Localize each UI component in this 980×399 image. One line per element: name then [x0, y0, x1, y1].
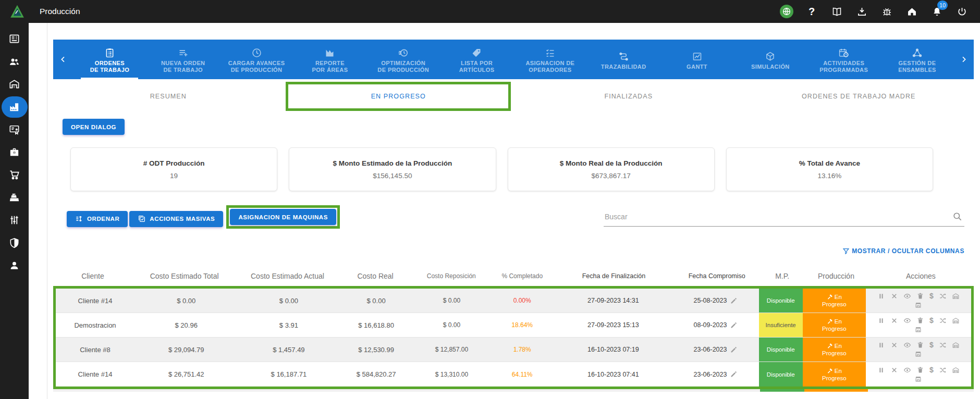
column-header[interactable]: Costo Real — [338, 272, 412, 280]
pause-icon[interactable] — [877, 292, 885, 300]
shuffle-icon[interactable] — [939, 317, 947, 325]
sidebar-item-toolbox[interactable] — [0, 141, 29, 164]
store-icon[interactable] — [914, 301, 922, 309]
nav-tab-ordenes-de-trabajo[interactable]: ORDENESDE TRABAJO — [73, 40, 146, 79]
notifications-bell-icon[interactable]: 10 — [928, 3, 946, 20]
sidebar-item-security[interactable] — [0, 232, 29, 255]
pause-icon[interactable] — [877, 341, 885, 349]
nav-tab-cargar-avances[interactable]: CARGAR AVANCESDE PRODUCCIÓN — [220, 40, 293, 79]
sidebar-item-warehouse[interactable] — [0, 73, 29, 96]
warehouse-icon[interactable] — [952, 341, 960, 349]
table-row-partial — [53, 389, 974, 392]
view-icon[interactable] — [903, 341, 911, 349]
dollar-icon[interactable]: $ — [929, 341, 934, 349]
download-icon[interactable] — [853, 3, 871, 20]
nav-tab-simulacion[interactable]: SIMULACIÓN — [733, 40, 807, 79]
column-header[interactable]: Costo Reposición — [412, 272, 491, 280]
delete-icon[interactable] — [916, 292, 924, 300]
view-icon[interactable] — [903, 292, 911, 300]
warehouse-icon[interactable] — [952, 292, 960, 300]
toggle-columns-link[interactable]: MOSTRAR / OCULTAR COLUMNAS — [842, 247, 964, 255]
table-row[interactable]: Cliente #14 $ 26,751.42 $ 16,187.71 $ 58… — [56, 362, 971, 386]
nav-scroll-left-icon[interactable] — [53, 40, 73, 79]
edit-date-icon[interactable] — [730, 297, 738, 305]
store-icon[interactable] — [914, 375, 922, 383]
notification-count-badge: 10 — [937, 1, 948, 10]
ordenar-button[interactable]: ORDENAR — [67, 211, 128, 227]
bug-report-icon[interactable] — [878, 3, 896, 20]
column-header[interactable]: Acciones — [868, 272, 974, 280]
sidebar-item-cash-register[interactable] — [0, 186, 29, 209]
nav-tab-actividades-programadas[interactable]: ACTIVIDADESPROGRAMADAS — [807, 40, 880, 79]
dollar-icon[interactable]: $ — [929, 366, 934, 374]
acciones-masivas-button[interactable]: ACCIONES MASIVAS — [129, 211, 223, 227]
store-icon[interactable] — [914, 326, 922, 333]
column-header[interactable]: Cliente — [53, 272, 132, 280]
home-icon[interactable] — [903, 3, 921, 20]
calendar-clock-icon — [838, 47, 849, 58]
dollar-icon[interactable]: $ — [929, 317, 934, 325]
warehouse-icon[interactable] — [952, 366, 960, 374]
cancel-icon[interactable] — [890, 366, 898, 374]
table-row[interactable]: Cliente #14 $ 0.00 $ 0.00 $ 0.00 $ 0.00 … — [56, 289, 971, 313]
table-row[interactable]: Cliente #8 $ 29,094.79 $ 1,457.49 $ 12,5… — [56, 338, 971, 362]
nav-tab-asignacion-operadores[interactable]: ASIGNACION DEOPERADORES — [513, 40, 587, 79]
edit-date-icon[interactable] — [730, 370, 738, 378]
sidebar-item-production[interactable] — [0, 96, 29, 119]
edit-date-icon[interactable] — [730, 321, 738, 329]
delete-icon[interactable] — [916, 341, 924, 349]
sidebar-item-settings-sliders[interactable] — [0, 209, 29, 232]
tab-finalizadas[interactable]: FINALIZADAS — [513, 93, 744, 100]
cancel-icon[interactable] — [890, 317, 898, 325]
shuffle-icon[interactable] — [939, 341, 947, 349]
column-header[interactable]: % Completado — [491, 272, 554, 280]
search-icon[interactable] — [952, 211, 962, 221]
asignacion-maquinas-button[interactable]: ASIGNACION DE MAQUINAS — [230, 209, 336, 225]
sidebar-item-cart[interactable] — [0, 164, 29, 186]
column-header[interactable]: Producción — [804, 272, 868, 280]
nav-scroll-right-icon[interactable] — [954, 40, 974, 79]
column-header[interactable]: Fecha de Finalización — [554, 272, 674, 280]
search-input[interactable] — [605, 213, 947, 221]
nav-tab-optimizacion[interactable]: OPTIMIZACIÓNDE PRODUCCIÓN — [366, 40, 440, 79]
nav-tab-nueva-orden-de-trabajo[interactable]: NUEVA ORDENDE TRABAJO — [146, 40, 220, 79]
table-header: Cliente Costo Estimado Total Costo Estim… — [53, 266, 974, 286]
column-header[interactable]: Costo Estimado Actual — [236, 272, 338, 280]
documentation-book-icon[interactable] — [828, 3, 846, 20]
help-icon[interactable]: ? — [803, 3, 820, 20]
nav-tab-gantt[interactable]: GANTT — [660, 40, 734, 79]
column-header[interactable]: M.P. — [760, 272, 804, 280]
sidebar-item-users[interactable] — [0, 51, 29, 73]
search-field[interactable] — [604, 209, 964, 227]
shuffle-icon[interactable] — [939, 366, 947, 374]
shuffle-icon[interactable] — [939, 292, 947, 300]
nav-tab-lista-por-articulos[interactable]: LISTA PORARTÍCULOS — [440, 40, 513, 79]
sidebar-item-newspaper[interactable] — [0, 28, 29, 51]
dollar-icon[interactable]: $ — [929, 292, 934, 300]
nav-tab-gestion-ensambles[interactable]: GESTIÓN DEENSAMBLES — [880, 40, 954, 79]
view-icon[interactable] — [903, 366, 911, 374]
open-dialog-button[interactable]: OPEN DIALOG — [63, 119, 125, 135]
column-header[interactable]: Fecha Compromiso — [673, 272, 760, 280]
nav-tab-trazabilidad[interactable]: TRAZABILIDAD — [587, 40, 660, 79]
power-icon[interactable] — [953, 3, 971, 20]
sidebar-item-profile[interactable] — [0, 254, 29, 277]
view-icon[interactable] — [903, 317, 911, 325]
tab-ordenes-trabajo-madre[interactable]: ORDENES DE TRABAJO MADRE — [744, 93, 974, 100]
column-header[interactable]: Costo Estimado Total — [132, 272, 237, 280]
warehouse-icon[interactable] — [952, 317, 960, 325]
edit-date-icon[interactable] — [730, 346, 738, 354]
delete-icon[interactable] — [916, 317, 924, 325]
pause-icon[interactable] — [877, 366, 885, 374]
table-row[interactable]: Demostracion $ 20.96 $ 3.91 $ 16,618.80 … — [56, 313, 971, 338]
language-globe-icon[interactable] — [778, 3, 795, 20]
store-icon[interactable] — [914, 350, 922, 358]
tab-en-progreso[interactable]: EN PROGRESO — [284, 93, 514, 100]
pause-icon[interactable] — [877, 317, 885, 325]
sidebar-item-certificates[interactable] — [0, 118, 29, 141]
cancel-icon[interactable] — [890, 341, 898, 349]
nav-tab-reporte-por-areas[interactable]: REPORTEPOR ÁREAS — [293, 40, 366, 79]
cancel-icon[interactable] — [890, 292, 898, 300]
delete-icon[interactable] — [916, 366, 924, 374]
tab-resumen[interactable]: RESUMEN — [53, 93, 284, 100]
